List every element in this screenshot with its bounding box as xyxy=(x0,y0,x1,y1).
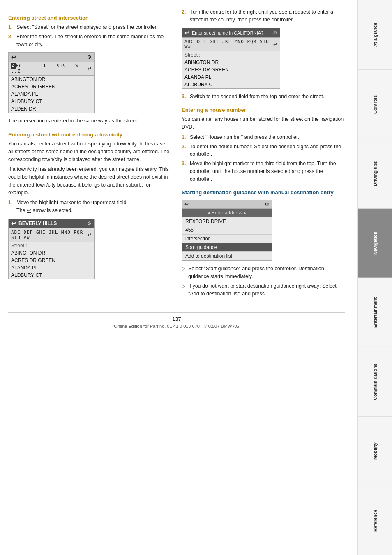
nav-item: ALDEN DR xyxy=(9,105,94,113)
step-text: Move the highlight marker to the uppermo… xyxy=(16,199,128,214)
nav-item: ABINGTON DR xyxy=(9,76,94,83)
step-num: 3. xyxy=(182,93,187,101)
nav-item: ALANDA PL xyxy=(9,264,94,272)
cursor-highlight: A xyxy=(11,63,16,69)
keyboard-letters: ABC ..L ..R ..STV ..W ..Z xyxy=(11,63,88,74)
section-dest-guidance: Starting destination guidance with manua… xyxy=(182,189,345,297)
nav-item: ALDBURY CT xyxy=(9,98,94,105)
step-text: Enter the street. The street is entered … xyxy=(16,33,172,48)
nav-label-street-ca: Street : xyxy=(182,51,280,59)
dest-item: REXFORD DRIVE xyxy=(182,217,272,226)
sidebar-tab-driving-tips[interactable]: Driving tips xyxy=(358,139,392,208)
keyboard-letters: ABC DEF GHI JKL MNO PQR STU VW xyxy=(11,230,88,240)
section-title-dest: Starting destination guidance with manua… xyxy=(182,189,345,196)
arrow-symbol: ↩ xyxy=(27,207,31,213)
settings-icon: ⚙ xyxy=(273,30,277,36)
step-num: 3. xyxy=(182,160,187,183)
two-column-layout: Entering street and intersection 1. Sele… xyxy=(8,8,345,300)
enter-icon: ↵ xyxy=(88,232,92,238)
dest-item-add-list: Add to destination list xyxy=(182,252,272,260)
dest-box: ↩ ⚙ ◂ Enter address ▸ REXFORD DRIVE 455 … xyxy=(182,200,272,261)
step-text: Select "House number" and press the cont… xyxy=(190,134,299,141)
sidebar-tab-mobility[interactable]: Mobility xyxy=(358,416,392,486)
nav-item: ALANDA PL xyxy=(182,74,280,81)
keyboard-letters-ca: ABC DEF GHI JKL MNO PQR STU VW xyxy=(184,39,273,50)
nav-box-ca-header: ↩ Enter street name in CALIFORNIA? ⚙ xyxy=(182,28,280,38)
step-num: 1. xyxy=(182,134,187,141)
sidebar-tab-navigation[interactable]: Navigation xyxy=(358,208,392,278)
settings-icon: ⚙ xyxy=(87,221,92,226)
step-item: 2. To enter the house number: Select the… xyxy=(182,143,345,159)
dest-bullets: ▷ Select "Start guidance" and press the … xyxy=(182,265,345,297)
settings-icon: ⚙ xyxy=(265,201,269,207)
back-button-icon: ↩ xyxy=(184,201,189,207)
nav-input-row: ABC DEF GHI JKL MNO PQR STU VW ↵ xyxy=(9,228,94,242)
nav-box-bh-header: ↩ BEVERLY HILLS ⚙ xyxy=(9,219,94,228)
right-step-2: 2. Turn the controller to the right unti… xyxy=(182,8,345,24)
step-text: Move the highlight marker to the third f… xyxy=(190,160,345,183)
enter-icon: ↵ xyxy=(273,41,277,47)
page-number: 137 xyxy=(8,316,345,322)
step-num: 1. xyxy=(8,199,14,214)
para-no-city-1: You can also enter a street without spec… xyxy=(8,140,172,163)
nav-input-row: ABC ..L ..R ..STV ..W ..Z ↵ xyxy=(9,62,94,76)
bullet-arrow-icon: ▷ xyxy=(182,282,186,298)
dest-item: 455 xyxy=(182,226,272,235)
step-num: 2. xyxy=(182,8,187,24)
bullet-item: ▷ If you do not want to start destinatio… xyxy=(182,282,345,298)
nav-box-header: ↩ ⚙ xyxy=(9,53,94,62)
bullet-arrow-icon: ▷ xyxy=(182,265,186,281)
sidebar-tab-communications[interactable]: Communications xyxy=(358,347,392,416)
main-content: Entering street and intersection 1. Sele… xyxy=(0,0,357,555)
left-column: Entering street and intersection 1. Sele… xyxy=(8,8,172,300)
footer-text: Online Edition for Part no. 01 41 0 013 … xyxy=(8,324,345,329)
dest-item: intersection xyxy=(182,235,272,243)
ca-title: Enter street name in CALIFORNIA? xyxy=(192,30,263,35)
nav-item: ACRES DR GREEN xyxy=(182,66,280,74)
intersection-note: The intersection is entered in the same … xyxy=(8,117,172,125)
sidebar: At a glance Controls Driving tips Naviga… xyxy=(357,0,392,555)
step-num: 1. xyxy=(8,23,14,31)
nav-box-1: ↩ ⚙ ABC ..L ..R ..STV ..W ..Z ↵ ABINGTON… xyxy=(8,52,95,113)
step-item: 1. Select "Street" or the street display… xyxy=(8,23,172,31)
section2-steps: 1. Move the highlight marker to the uppe… xyxy=(8,199,172,214)
sidebar-tab-controls[interactable]: Controls xyxy=(358,69,392,139)
footer: 137 Online Edition for Part no. 01 41 0 … xyxy=(8,312,345,329)
section-title-no-city: Entering a street without entering a tow… xyxy=(8,131,172,138)
para-no-city-2: If a town/city has already been entered,… xyxy=(8,166,172,196)
back-button-icon: ↩ xyxy=(184,30,189,36)
step-item: 2. Turn the controller to the right unti… xyxy=(182,8,345,24)
nav-item: ALDBURY CT xyxy=(9,272,94,279)
section-street-without-city: Entering a street without entering a tow… xyxy=(8,131,172,279)
dest-item-start-guidance: Start guidance xyxy=(182,243,272,252)
house-para: You can enter any house number stored fo… xyxy=(182,115,345,131)
nav-item: ABINGTON DR xyxy=(9,249,94,257)
sidebar-tab-entertainment[interactable]: Entertainment xyxy=(358,278,392,347)
bullet-item: ▷ Select "Start guidance" and press the … xyxy=(182,265,345,281)
dest-header: ↩ ⚙ xyxy=(182,200,272,209)
step-item: 1. Move the highlight marker to the uppe… xyxy=(8,199,172,214)
nav-item: ACRES DR GREEN xyxy=(9,257,94,264)
nav-item: ACRES DR GREEN xyxy=(9,83,94,90)
step-num: 2. xyxy=(8,33,14,48)
city-name: BEVERLY HILLS xyxy=(18,221,57,226)
nav-item: ALANDA PL xyxy=(9,90,94,98)
back-button-icon: ↩ xyxy=(11,220,16,227)
bullet-text: If you do not want to start destination … xyxy=(188,282,345,298)
dest-enter-address: ◂ Enter address ▸ xyxy=(182,209,272,217)
sidebar-tab-at-a-glance[interactable]: At a glance xyxy=(358,0,392,69)
sidebar-tab-reference[interactable]: Reference xyxy=(358,486,392,555)
section1-steps: 1. Select "Street" or the street display… xyxy=(8,23,172,48)
nav-box-california: ↩ Enter street name in CALIFORNIA? ⚙ ABC… xyxy=(182,28,280,89)
step-text: Switch to the second field from the top … xyxy=(190,93,324,101)
back-button-icon: ↩ xyxy=(11,54,16,60)
settings-icon: ⚙ xyxy=(87,54,92,60)
section-house-number: Entering a house number You can enter an… xyxy=(182,107,345,183)
step-text: To enter the house number: Select the de… xyxy=(190,143,345,159)
step-item: 2. Enter the street. The street is enter… xyxy=(8,33,172,48)
nav-item: ABINGTON DR xyxy=(182,59,280,66)
step-item: 3. Move the highlight marker to the thir… xyxy=(182,160,345,183)
step-item: 3. Switch to the second field from the t… xyxy=(182,93,345,101)
section-title-house: Entering a house number xyxy=(182,107,345,113)
step-item: 1. Select "House number" and press the c… xyxy=(182,134,345,141)
